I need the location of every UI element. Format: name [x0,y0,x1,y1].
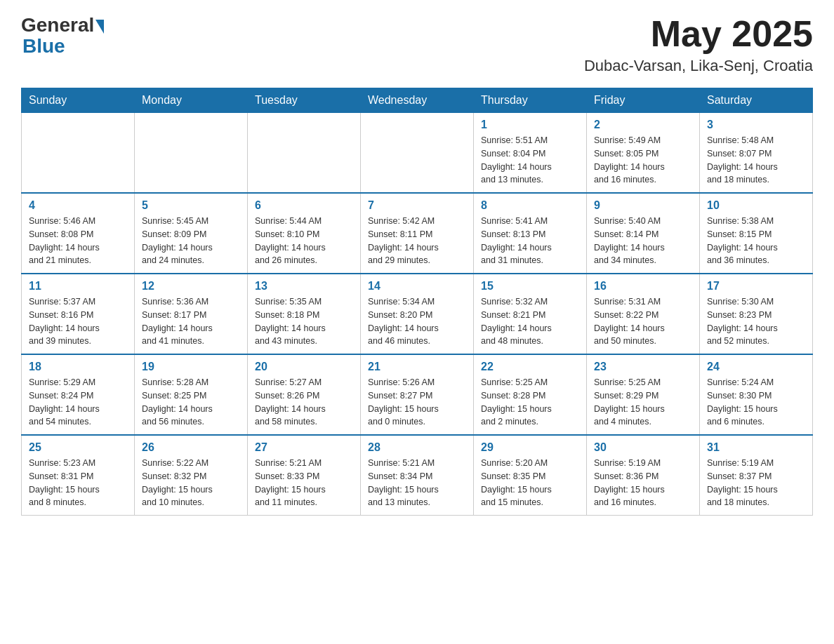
table-row: 1Sunrise: 5:51 AMSunset: 8:04 PMDaylight… [474,113,587,194]
day-number: 18 [29,361,127,373]
logo-general-text: General [21,14,94,36]
table-row: 7Sunrise: 5:42 AMSunset: 8:11 PMDaylight… [361,193,474,274]
col-friday: Friday [587,88,700,113]
day-number: 27 [255,441,353,454]
day-info: Sunrise: 5:44 AMSunset: 8:10 PMDaylight:… [255,215,353,267]
table-row: 12Sunrise: 5:36 AMSunset: 8:17 PMDayligh… [135,274,248,354]
table-row: 31Sunrise: 5:19 AMSunset: 8:37 PMDayligh… [700,435,813,516]
table-row [248,113,361,194]
table-row: 11Sunrise: 5:37 AMSunset: 8:16 PMDayligh… [22,274,135,354]
day-number: 29 [481,441,579,454]
day-info: Sunrise: 5:41 AMSunset: 8:13 PMDaylight:… [481,215,579,267]
calendar-header-row: Sunday Monday Tuesday Wednesday Thursday… [22,88,813,113]
table-row: 15Sunrise: 5:32 AMSunset: 8:21 PMDayligh… [474,274,587,354]
day-number: 16 [594,280,692,293]
day-number: 17 [707,280,805,293]
day-number: 2 [594,119,692,131]
day-number: 4 [29,199,127,212]
col-tuesday: Tuesday [248,88,361,113]
table-row: 26Sunrise: 5:22 AMSunset: 8:32 PMDayligh… [135,435,248,516]
col-thursday: Thursday [474,88,587,113]
day-info: Sunrise: 5:42 AMSunset: 8:11 PMDaylight:… [368,215,466,267]
day-info: Sunrise: 5:49 AMSunset: 8:05 PMDaylight:… [594,134,692,187]
calendar-week-row: 4Sunrise: 5:46 AMSunset: 8:08 PMDaylight… [22,193,813,274]
table-row: 3Sunrise: 5:48 AMSunset: 8:07 PMDaylight… [700,113,813,194]
logo-arrow-icon [95,20,104,34]
day-number: 26 [142,441,240,454]
table-row: 27Sunrise: 5:21 AMSunset: 8:33 PMDayligh… [248,435,361,516]
day-info: Sunrise: 5:40 AMSunset: 8:14 PMDaylight:… [594,215,692,267]
title-block: May 2025 Dubac-Varsan, Lika-Senj, Croati… [584,14,813,75]
col-saturday: Saturday [700,88,813,113]
table-row: 24Sunrise: 5:24 AMSunset: 8:30 PMDayligh… [700,354,813,435]
day-number: 7 [368,199,466,212]
day-number: 20 [255,361,353,373]
day-info: Sunrise: 5:34 AMSunset: 8:20 PMDaylight:… [368,295,466,348]
day-number: 30 [594,441,692,454]
col-monday: Monday [135,88,248,113]
day-number: 15 [481,280,579,293]
calendar-week-row: 1Sunrise: 5:51 AMSunset: 8:04 PMDaylight… [22,113,813,194]
day-info: Sunrise: 5:29 AMSunset: 8:24 PMDaylight:… [29,376,127,429]
calendar-week-row: 11Sunrise: 5:37 AMSunset: 8:16 PMDayligh… [22,274,813,354]
day-info: Sunrise: 5:45 AMSunset: 8:09 PMDaylight:… [142,215,240,267]
day-number: 25 [29,441,127,454]
day-number: 1 [481,119,579,131]
table-row: 19Sunrise: 5:28 AMSunset: 8:25 PMDayligh… [135,354,248,435]
day-number: 24 [707,361,805,373]
table-row: 30Sunrise: 5:19 AMSunset: 8:36 PMDayligh… [587,435,700,516]
day-info: Sunrise: 5:35 AMSunset: 8:18 PMDaylight:… [255,295,353,348]
day-number: 21 [368,361,466,373]
day-number: 13 [255,280,353,293]
day-info: Sunrise: 5:31 AMSunset: 8:22 PMDaylight:… [594,295,692,348]
day-info: Sunrise: 5:19 AMSunset: 8:36 PMDaylight:… [594,457,692,509]
day-number: 6 [255,199,353,212]
table-row: 5Sunrise: 5:45 AMSunset: 8:09 PMDaylight… [135,193,248,274]
table-row: 10Sunrise: 5:38 AMSunset: 8:15 PMDayligh… [700,193,813,274]
day-info: Sunrise: 5:30 AMSunset: 8:23 PMDaylight:… [707,295,805,348]
logo: General Blue [21,14,104,58]
table-row: 23Sunrise: 5:25 AMSunset: 8:29 PMDayligh… [587,354,700,435]
calendar-title: May 2025 [584,14,813,54]
table-row: 20Sunrise: 5:27 AMSunset: 8:26 PMDayligh… [248,354,361,435]
day-info: Sunrise: 5:46 AMSunset: 8:08 PMDaylight:… [29,215,127,267]
calendar-week-row: 18Sunrise: 5:29 AMSunset: 8:24 PMDayligh… [22,354,813,435]
table-row [361,113,474,194]
table-row: 18Sunrise: 5:29 AMSunset: 8:24 PMDayligh… [22,354,135,435]
table-row: 22Sunrise: 5:25 AMSunset: 8:28 PMDayligh… [474,354,587,435]
calendar-table: Sunday Monday Tuesday Wednesday Thursday… [21,88,813,516]
day-number: 10 [707,199,805,212]
table-row: 8Sunrise: 5:41 AMSunset: 8:13 PMDaylight… [474,193,587,274]
day-number: 11 [29,280,127,293]
day-number: 28 [368,441,466,454]
table-row: 28Sunrise: 5:21 AMSunset: 8:34 PMDayligh… [361,435,474,516]
table-row: 25Sunrise: 5:23 AMSunset: 8:31 PMDayligh… [22,435,135,516]
day-info: Sunrise: 5:25 AMSunset: 8:28 PMDaylight:… [481,376,579,429]
table-row: 4Sunrise: 5:46 AMSunset: 8:08 PMDaylight… [22,193,135,274]
day-number: 12 [142,280,240,293]
logo-blue-text: Blue [21,35,65,58]
day-info: Sunrise: 5:37 AMSunset: 8:16 PMDaylight:… [29,295,127,348]
table-row [135,113,248,194]
day-info: Sunrise: 5:25 AMSunset: 8:29 PMDaylight:… [594,376,692,429]
day-number: 5 [142,199,240,212]
page-header: General Blue May 2025 Dubac-Varsan, Lika… [21,14,813,75]
day-number: 14 [368,280,466,293]
table-row: 21Sunrise: 5:26 AMSunset: 8:27 PMDayligh… [361,354,474,435]
day-number: 31 [707,441,805,454]
day-info: Sunrise: 5:23 AMSunset: 8:31 PMDaylight:… [29,457,127,509]
day-info: Sunrise: 5:21 AMSunset: 8:33 PMDaylight:… [255,457,353,509]
table-row: 29Sunrise: 5:20 AMSunset: 8:35 PMDayligh… [474,435,587,516]
table-row: 2Sunrise: 5:49 AMSunset: 8:05 PMDaylight… [587,113,700,194]
day-info: Sunrise: 5:32 AMSunset: 8:21 PMDaylight:… [481,295,579,348]
day-info: Sunrise: 5:51 AMSunset: 8:04 PMDaylight:… [481,134,579,187]
table-row: 16Sunrise: 5:31 AMSunset: 8:22 PMDayligh… [587,274,700,354]
col-wednesday: Wednesday [361,88,474,113]
calendar-location: Dubac-Varsan, Lika-Senj, Croatia [584,57,813,75]
day-info: Sunrise: 5:26 AMSunset: 8:27 PMDaylight:… [368,376,466,429]
day-info: Sunrise: 5:22 AMSunset: 8:32 PMDaylight:… [142,457,240,509]
table-row [22,113,135,194]
table-row: 17Sunrise: 5:30 AMSunset: 8:23 PMDayligh… [700,274,813,354]
day-number: 8 [481,199,579,212]
day-info: Sunrise: 5:19 AMSunset: 8:37 PMDaylight:… [707,457,805,509]
